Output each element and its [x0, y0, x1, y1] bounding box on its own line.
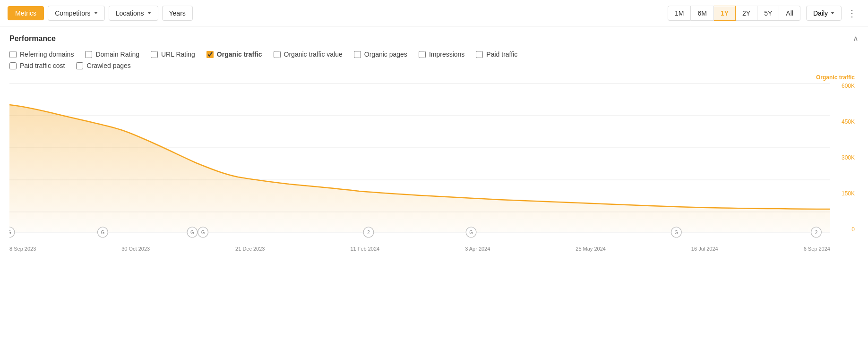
google-marker-4-label: G: [201, 230, 205, 235]
crawled-pages-checkbox[interactable]: [76, 62, 83, 69]
organic-pages-checkbox[interactable]: [354, 51, 361, 58]
x-label-6: 25 May 2024: [576, 246, 606, 252]
paid-traffic-cost-checkbox[interactable]: [9, 62, 17, 69]
competitors-label: Competitors: [55, 9, 90, 17]
chart-svg: G G G G 2 G G 2: [9, 74, 830, 244]
google-marker-3-label: G: [190, 230, 194, 235]
metric-organic-traffic[interactable]: Organic traffic: [206, 51, 262, 58]
organic-pages-label: Organic pages: [364, 51, 407, 58]
competitors-chevron-icon: [94, 12, 98, 14]
metric-referring-domains[interactable]: Referring domains: [9, 51, 74, 58]
organic-traffic-label: Organic traffic: [217, 51, 262, 58]
referring-domains-label: Referring domains: [20, 51, 74, 58]
x-label-1: 8 Sep 2023: [9, 246, 36, 252]
toolbar: Metrics Competitors Locations Years 1M 6…: [0, 0, 868, 26]
chart-y-axis-title: Organic traffic: [816, 74, 855, 81]
y-label-0: 0: [851, 226, 855, 233]
performance-title: Performance: [9, 34, 56, 43]
time-range-group: 1M 6M 1Y 2Y 5Y All: [668, 6, 800, 21]
metrics-row-2: Paid traffic cost Crawled pages: [9, 62, 859, 69]
time-1y[interactable]: 1Y: [714, 6, 736, 21]
chart-svg-area: G G G G 2 G G 2: [9, 74, 830, 252]
time-5y[interactable]: 5Y: [757, 6, 779, 21]
daily-label: Daily: [813, 9, 828, 17]
time-2y[interactable]: 2Y: [736, 6, 757, 21]
locations-chevron-icon: [147, 12, 151, 14]
x-label-5: 3 Apr 2024: [465, 246, 490, 252]
more-options-button[interactable]: ⋮: [843, 6, 860, 21]
time-all[interactable]: All: [779, 6, 800, 21]
years-label: Years: [169, 9, 186, 17]
google-marker-2-label: G: [101, 230, 105, 235]
x-label-4: 11 Feb 2024: [350, 246, 379, 252]
domain-rating-label: Domain Rating: [95, 51, 139, 58]
domain-rating-checkbox[interactable]: [85, 51, 92, 58]
daily-button[interactable]: Daily: [806, 6, 842, 21]
paid-traffic-label: Paid traffic: [486, 51, 517, 58]
x-label-8: 6 Sep 2024: [804, 246, 830, 252]
chart-body: G G G G 2 G G 2: [9, 74, 859, 252]
y-label-300k: 300K: [842, 154, 855, 161]
locations-label: Locations: [116, 9, 144, 17]
x-axis-labels: 8 Sep 2023 30 Oct 2023 21 Dec 2023 11 Fe…: [9, 244, 830, 252]
metrics-row-1: Referring domains Domain Rating URL Rati…: [9, 51, 859, 58]
crawled-pages-label: Crawled pages: [86, 62, 130, 69]
toolbar-left: Metrics Competitors Locations Years: [8, 6, 193, 21]
competitors-button[interactable]: Competitors: [48, 6, 104, 21]
metric-paid-traffic-cost[interactable]: Paid traffic cost: [9, 62, 65, 69]
organic-traffic-value-checkbox[interactable]: [274, 51, 281, 58]
paid-traffic-cost-label: Paid traffic cost: [20, 62, 65, 69]
metric-domain-rating[interactable]: Domain Rating: [85, 51, 139, 58]
y-label-600k: 600K: [842, 83, 855, 89]
url-rating-checkbox[interactable]: [151, 51, 158, 58]
toolbar-right: 1M 6M 1Y 2Y 5Y All Daily ⋮: [668, 6, 860, 21]
google-marker-6-label: G: [674, 230, 678, 235]
locations-button[interactable]: Locations: [109, 6, 158, 21]
metric-organic-traffic-value[interactable]: Organic traffic value: [274, 51, 343, 58]
years-button[interactable]: Years: [162, 6, 193, 21]
y-axis-labels: 600K 450K 300K 150K 0: [830, 74, 859, 252]
performance-section: Performance ∧ Referring domains Domain R…: [0, 26, 868, 69]
impressions-label: Impressions: [429, 51, 464, 58]
daily-chevron-icon: [831, 12, 834, 14]
referring-domains-checkbox[interactable]: [9, 51, 17, 58]
x-label-2: 30 Oct 2023: [121, 246, 150, 252]
time-6m[interactable]: 6M: [691, 6, 713, 21]
google-marker-5-label: G: [469, 230, 473, 235]
number-marker-2-label: 2: [815, 230, 818, 235]
chart-area-fill: [9, 105, 830, 232]
x-label-7: 16 Jul 2024: [691, 246, 718, 252]
google-marker-1-label: G: [9, 230, 11, 235]
organic-traffic-value-label: Organic traffic value: [284, 51, 343, 58]
url-rating-label: URL Rating: [161, 51, 195, 58]
time-1m[interactable]: 1M: [668, 6, 691, 21]
chart-container: Organic traffic: [0, 74, 868, 252]
impressions-checkbox[interactable]: [419, 51, 426, 58]
metric-impressions[interactable]: Impressions: [419, 51, 464, 58]
y-label-150k: 150K: [842, 190, 855, 197]
metric-organic-pages[interactable]: Organic pages: [354, 51, 407, 58]
y-label-450k: 450K: [842, 118, 855, 125]
performance-header: Performance ∧: [9, 34, 859, 43]
metric-crawled-pages[interactable]: Crawled pages: [76, 62, 130, 69]
metrics-button[interactable]: Metrics: [8, 6, 44, 20]
collapse-button[interactable]: ∧: [853, 34, 859, 43]
x-label-3: 21 Dec 2023: [235, 246, 265, 252]
number-marker-1-label: 2: [367, 230, 370, 235]
paid-traffic-checkbox[interactable]: [476, 51, 483, 58]
metric-url-rating[interactable]: URL Rating: [151, 51, 195, 58]
metric-paid-traffic[interactable]: Paid traffic: [476, 51, 517, 58]
organic-traffic-checkbox[interactable]: [206, 51, 214, 58]
